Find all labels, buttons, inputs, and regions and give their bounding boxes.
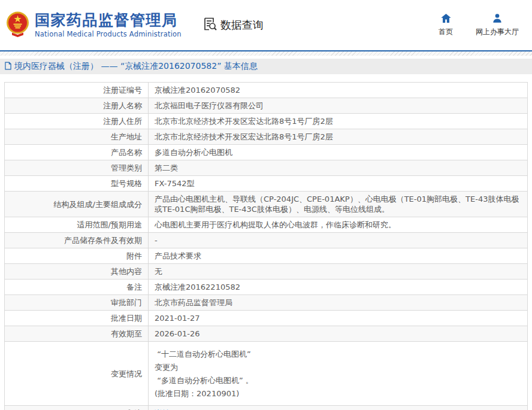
table-row: 审批部门北京市药品监督管理局 <box>5 294 527 310</box>
data-query-icon <box>202 16 217 34</box>
row-label-text: 批准日期 <box>111 313 142 323</box>
table-row: 注册人住所北京市北京经济技术开发区宏达北路8号1号厂房2层 <box>5 113 527 129</box>
row-value: 详情 <box>149 406 527 410</box>
row-label-text: 备注 <box>126 282 142 292</box>
row-label-text: 变更情况 <box>111 369 142 379</box>
row-label: 其他内容 <box>5 264 149 279</box>
row-label-text: 结构及组成/主要组成成分 <box>54 199 142 209</box>
table-row: 注册证编号京械注准20162070582 <box>5 83 527 98</box>
row-label-text: 审批部门 <box>111 297 142 308</box>
agency-name-cn: 国家药品监督管理局 <box>35 12 182 29</box>
row-label-text: 附件 <box>126 251 142 261</box>
row-value: 第二类 <box>149 160 527 175</box>
nav-online-hall[interactable]: 网上办事大厅 <box>476 14 519 37</box>
row-label-text: 产品储存条件及有效期 <box>64 235 142 245</box>
table-row: 管理类别第二类 <box>5 160 527 175</box>
nav-home[interactable]: 首页 <box>439 14 453 37</box>
row-label: 产品名称 <box>5 145 149 160</box>
agency-name-en: National Medical Products Administration <box>35 30 182 38</box>
nav-online-hall-label: 网上办事大厅 <box>476 27 519 37</box>
row-label: 备注 <box>5 280 149 294</box>
row-label-text: 适用范围/预期用途 <box>77 220 142 230</box>
row-label: 审批部门 <box>5 295 149 310</box>
row-label-text: 管理类别 <box>111 163 142 173</box>
data-query-tab[interactable]: 数据查询 <box>202 16 264 34</box>
table-row: 产品名称多道自动分析心电图机 <box>5 144 527 160</box>
row-label: 结构及组成/主要组成成分 <box>5 192 149 217</box>
row-label-text: 注册人住所 <box>103 116 142 126</box>
row-label-text: 其他内容 <box>111 266 142 277</box>
row-value: 2021-01-27 <box>149 311 527 326</box>
row-value: 北京市药品监督管理局 <box>149 295 527 310</box>
data-query-label: 数据查询 <box>220 18 264 32</box>
row-value: 心电图机主要用于医疗机构提取人体的心电波群，作临床诊断和研究。 <box>149 217 527 232</box>
document-icon <box>5 62 11 72</box>
row-value: 京械注准20162070582 <box>149 83 527 98</box>
info-table: 注册证编号京械注准20162070582注册人名称北京福田电子医疗仪器有限公司注… <box>4 82 528 410</box>
row-value: 北京福田电子医疗仪器有限公司 <box>149 98 527 113</box>
table-row: 变更情况 “十二道自动分析心电图机”变更为 “多道自动分析心电图机” 。(批准日… <box>5 341 527 405</box>
row-label-text: 型号规格 <box>111 178 142 189</box>
table-row: 生产地址北京市北京经济技术开发区宏达北路8号1号厂房2层 <box>5 129 527 144</box>
row-value: 京械注准20162210582 <box>149 280 527 294</box>
row-label-text: 产品名称 <box>111 147 142 157</box>
table-row: 有效期至2026-01-26 <box>5 326 527 341</box>
row-value: 2026-01-26 <box>149 326 527 341</box>
site-header: 国家药品监督管理局 National Medical Products Admi… <box>0 0 532 50</box>
row-value: 产品由心电图机主机、导联线（CP-204JC、CPE-01AKP）、心电电极（T… <box>149 192 527 217</box>
table-row: 产品储存条件及有效期- <box>5 232 527 248</box>
row-label-text: 注册证编号 <box>103 85 142 95</box>
table-row: 注详情 <box>5 405 527 410</box>
row-label-text: 生产地址 <box>111 132 142 142</box>
row-label: 注册人住所 <box>5 114 149 129</box>
row-label: 有效期至 <box>5 326 149 341</box>
row-value: 北京市北京经济技术开发区宏达北路8号1号厂房2层 <box>149 114 527 129</box>
row-value-line: (批准日期：20210901) <box>155 387 521 400</box>
row-value: 多道自动分析心电图机 <box>149 145 527 160</box>
row-value: 产品技术要求 <box>149 248 527 263</box>
row-value: FX-7542型 <box>149 176 527 191</box>
row-label: 注 <box>5 406 149 410</box>
table-row: 注册人名称北京福田电子医疗仪器有限公司 <box>5 98 527 113</box>
row-label: 注册人名称 <box>5 98 149 113</box>
row-label: 批准日期 <box>5 311 149 326</box>
agency-brand[interactable]: 国家药品监督管理局 National Medical Products Admi… <box>6 11 182 40</box>
row-label: 变更情况 <box>5 342 149 405</box>
row-label: 型号规格 <box>5 176 149 191</box>
row-label: 管理类别 <box>5 160 149 175</box>
row-label: 注册证编号 <box>5 83 149 98</box>
table-row: 适用范围/预期用途心电图机主要用于医疗机构提取人体的心电波群，作临床诊断和研究。 <box>5 217 527 232</box>
national-emblem-logo <box>6 11 29 40</box>
row-label: 附件 <box>5 248 149 263</box>
hatch-band <box>0 51 532 56</box>
row-label: 产品储存条件及有效期 <box>5 233 149 248</box>
row-value-line: “多道自动分析心电图机” 。 <box>155 374 521 387</box>
row-label: 生产地址 <box>5 129 149 144</box>
row-value: - <box>149 233 527 248</box>
row-label-text: 有效期至 <box>111 329 142 339</box>
breadcrumb-text: 境内医疗器械（注册） —— “京械注准20162070582” 基本信息 <box>14 61 258 72</box>
person-icon <box>492 14 502 25</box>
row-value: “十二道自动分析心电图机”变更为 “多道自动分析心电图机” 。(批准日期：202… <box>149 342 527 405</box>
row-label-text: 注册人名称 <box>103 101 142 111</box>
top-nav: 首页 网上办事大厅 <box>439 14 519 37</box>
table-row: 批准日期2021-01-27 <box>5 310 527 326</box>
table-row: 附件产品技术要求 <box>5 248 527 263</box>
table-row: 型号规格FX-7542型 <box>5 175 527 191</box>
nav-home-label: 首页 <box>439 27 453 37</box>
row-label: 适用范围/预期用途 <box>5 217 149 232</box>
row-value: 无 <box>149 264 527 279</box>
row-value-line: “十二道自动分析心电图机” <box>155 348 521 361</box>
table-row: 其他内容无 <box>5 263 527 279</box>
table-row: 结构及组成/主要组成成分产品由心电图机主机、导联线（CP-204JC、CPE-0… <box>5 191 527 217</box>
row-value-line: 变更为 <box>155 361 521 374</box>
table-row: 备注京械注准20162210582 <box>5 279 527 294</box>
row-value: 北京市北京经济技术开发区宏达北路8号1号厂房2层 <box>149 129 527 144</box>
home-icon <box>441 14 451 25</box>
breadcrumb: 境内医疗器械（注册） —— “京械注准20162070582” 基本信息 <box>0 59 532 74</box>
